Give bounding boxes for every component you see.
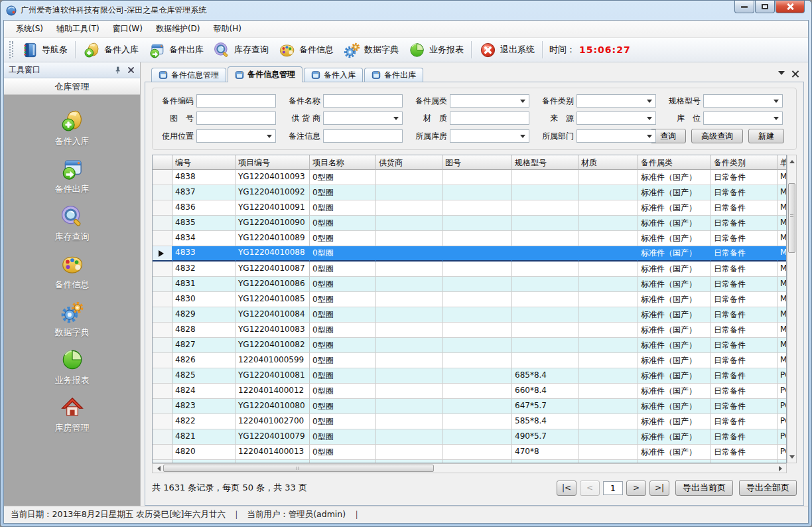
last-page-button[interactable]: >| — [649, 481, 669, 496]
scroll-left-icon[interactable] — [153, 464, 162, 473]
column-header[interactable]: 项目编号 — [236, 155, 310, 170]
vertical-scrollbar[interactable] — [787, 155, 797, 463]
menu-system[interactable]: 系统(S) — [9, 21, 50, 37]
row-selector-cell[interactable] — [153, 277, 172, 292]
menu-window[interactable]: 窗口(W) — [106, 21, 149, 37]
table-row[interactable]: 482012204014000130型圈470*8标准件（国产）日常备件PC — [153, 445, 786, 460]
scroll-down-icon[interactable] — [787, 453, 797, 463]
location-select[interactable] — [703, 112, 783, 125]
table-row[interactable]: 4825YG122040100810型圈685*8.4标准件（国产）日常备件PC — [153, 368, 786, 384]
panel-close-icon[interactable] — [127, 66, 135, 74]
sidebar-item-stock-query[interactable]: 库存查询 — [29, 204, 115, 243]
table-row[interactable]: 482212204010027000型圈585*8.4标准件（国产）日常备件PC — [153, 414, 786, 429]
row-selector-cell[interactable] — [153, 216, 172, 231]
warehouse-group-header[interactable]: 仓库管理 — [4, 78, 140, 95]
parts-genus-select[interactable] — [450, 94, 529, 108]
material-input[interactable] — [450, 112, 529, 125]
prev-page-button[interactable]: < — [580, 481, 600, 496]
parts-name-input[interactable] — [323, 94, 403, 108]
toolbar-data-dictionary-button[interactable]: 数据字典 — [338, 39, 403, 61]
remark-input[interactable] — [323, 129, 403, 143]
toolbar-stock-query-button[interactable]: 库存查询 — [208, 39, 273, 61]
close-button[interactable] — [776, 1, 805, 13]
row-selector-cell[interactable] — [153, 200, 172, 216]
sidebar-item-business-report[interactable]: 业务报表 — [29, 347, 115, 386]
first-page-button[interactable]: |< — [557, 481, 576, 496]
table-row[interactable]: 4823YG122040100800型圈647*5.7标准件（国产）日常备件PC — [153, 399, 786, 414]
column-header[interactable]: 项目名称 — [310, 155, 376, 170]
tab-close-icon[interactable] — [791, 70, 799, 77]
use-position-select[interactable] — [196, 129, 276, 143]
toolbar-parts-outbound-button[interactable]: 备件出库 — [143, 39, 208, 61]
maximize-button[interactable] — [755, 1, 775, 13]
table-row[interactable]: 4821YG122040100790型圈490*5.7标准件（国产）日常备件PC — [153, 429, 786, 445]
row-selector-cell[interactable] — [153, 338, 172, 353]
column-header[interactable]: 供货商 — [376, 155, 442, 170]
scroll-up-icon[interactable] — [787, 155, 797, 165]
table-row[interactable]: 4838YG122040100930型圈标准件（国产）日常备件M — [153, 170, 786, 185]
parts-category-select[interactable] — [576, 94, 656, 108]
toolbar-grip[interactable] — [9, 41, 13, 58]
column-header[interactable]: 规格型号 — [512, 155, 578, 170]
horizontal-scrollbar[interactable] — [152, 463, 787, 473]
row-selector-cell[interactable] — [153, 353, 172, 368]
menu-aux-tools[interactable]: 辅助工具(T) — [50, 21, 106, 37]
row-selector-cell[interactable] — [153, 368, 172, 384]
spec-model-select[interactable] — [703, 94, 783, 108]
sidebar-item-warehouse-manage[interactable]: 库房管理 — [29, 395, 115, 434]
sidebar-item-parts-info[interactable]: 备件信息 — [29, 252, 115, 291]
column-header[interactable]: 材质 — [578, 155, 638, 170]
parts-code-input[interactable] — [196, 94, 276, 108]
table-row[interactable]: 482612204010005990型圈标准件（国产）日常备件M — [153, 353, 786, 368]
table-row[interactable]: 482412204014000120型圈660*8.4标准件（国产）日常备件PC — [153, 384, 786, 399]
figure-no-input[interactable] — [196, 112, 276, 125]
department-select[interactable] — [576, 129, 656, 143]
column-header[interactable]: 编号 — [172, 155, 236, 170]
new-button[interactable]: 新建 — [748, 129, 784, 143]
sidebar-item-parts-outbound[interactable]: 备件出库 — [29, 156, 115, 195]
tab-parts-outbound[interactable]: 备件出库 — [364, 68, 423, 82]
advanced-query-button[interactable]: 高级查询 — [691, 129, 743, 143]
tab-parts-info-manage-1[interactable]: 备件信息管理 — [151, 68, 226, 82]
export-all-pages-button[interactable]: 导出全部页 — [739, 480, 797, 496]
row-selector-cell[interactable] — [153, 429, 172, 445]
toolbar-parts-info-button[interactable]: 备件信息 — [273, 39, 338, 61]
table-row[interactable]: 4837YG122040100920型圈标准件（国产）日常备件M — [153, 185, 786, 200]
row-selector-cell[interactable] — [153, 414, 172, 429]
menu-data-maintenance[interactable]: 数据维护(D) — [149, 21, 207, 37]
horizontal-scroll-thumb[interactable] — [163, 465, 434, 472]
export-current-page-button[interactable]: 导出当前页 — [675, 480, 733, 496]
table-row[interactable]: 4830YG122040100850型圈标准件（国产）日常备件M — [153, 292, 786, 307]
row-selector-cell[interactable] — [153, 231, 172, 246]
toolbar-navigator-button[interactable]: 导航条 — [16, 39, 72, 61]
toolbar-parts-inbound-button[interactable]: 备件入库 — [78, 39, 143, 61]
vertical-scroll-thumb[interactable] — [788, 183, 795, 253]
tab-list-dropdown-icon[interactable] — [778, 71, 785, 78]
row-selector-cell[interactable] — [153, 246, 172, 262]
tab-parts-info-manage-2[interactable]: 备件信息管理 — [228, 66, 303, 82]
page-number-input[interactable] — [603, 481, 623, 495]
row-selector-cell[interactable] — [153, 262, 172, 277]
menu-help[interactable]: 帮助(H) — [207, 21, 248, 37]
row-selector-cell[interactable] — [153, 399, 172, 414]
table-row[interactable]: 4835YG122040100900型圈标准件（国产）日常备件M — [153, 216, 786, 231]
row-selector-cell[interactable] — [153, 445, 172, 460]
table-row[interactable]: 4833YG122040100880型圈标准件（国产）日常备件M — [153, 246, 786, 262]
next-page-button[interactable]: > — [626, 481, 646, 496]
toolbar-exit-system-button[interactable]: 退出系统 — [474, 39, 539, 61]
column-header[interactable]: 图号 — [442, 155, 512, 170]
sidebar-item-data-dictionary[interactable]: 数据字典 — [29, 299, 115, 339]
table-row[interactable]: 4829YG122040100840型圈标准件（国产）日常备件M — [153, 307, 786, 323]
table-row[interactable]: 4832YG122040100870型圈标准件（国产）日常备件M — [153, 262, 786, 277]
column-header[interactable]: 单位 — [778, 155, 787, 170]
minimize-button[interactable] — [734, 1, 754, 13]
row-selector-cell[interactable] — [153, 323, 172, 338]
table-row[interactable]: 4827YG122040100820型圈标准件（国产）日常备件M — [153, 338, 786, 353]
sidebar-item-parts-inbound[interactable]: 备件入库 — [29, 108, 115, 147]
table-row[interactable]: 4834YG122040100890型圈标准件（国产）日常备件M — [153, 231, 786, 246]
row-selector-cell[interactable] — [153, 384, 172, 399]
table-row[interactable]: 4828YG122040100830型圈标准件（国产）日常备件M — [153, 323, 786, 338]
tab-parts-inbound[interactable]: 备件入库 — [304, 68, 363, 82]
warehouse-select[interactable] — [450, 129, 529, 143]
source-select[interactable] — [576, 112, 656, 125]
